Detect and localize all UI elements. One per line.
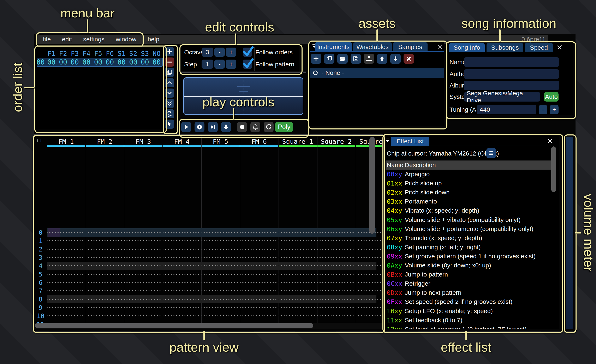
pattern-row[interactable]: 0 (34, 228, 382, 237)
add-order-button[interactable] (165, 47, 174, 56)
poly-switch-button[interactable]: Poly (275, 122, 293, 132)
pattern-cell[interactable] (201, 228, 238, 237)
pattern-cell[interactable] (124, 303, 161, 312)
effect-row[interactable]: 02xxPitch slide down (384, 188, 559, 197)
effect-row[interactable]: 0BxxJump to pattern (384, 270, 559, 279)
effect-row[interactable]: 04xyVibrato (x: speed; y: depth) (384, 206, 559, 215)
splitter-horizontal[interactable] (180, 72, 306, 73)
repeat-pattern-button[interactable] (264, 122, 274, 132)
pattern-cell[interactable] (240, 278, 277, 287)
pattern-expand-label[interactable]: ++ (36, 137, 43, 144)
pattern-cell[interactable] (240, 303, 277, 312)
step-minus-button[interactable]: - (214, 59, 225, 69)
pattern-cell[interactable] (201, 278, 238, 287)
pattern-cell[interactable] (124, 253, 161, 262)
pattern-cell[interactable] (317, 245, 355, 253)
channel-header-square-3[interactable]: Square 3 (356, 138, 382, 144)
pattern-cell[interactable] (240, 312, 277, 320)
pattern-row[interactable]: 6 (34, 278, 382, 287)
pattern-cell[interactable] (356, 303, 382, 312)
pattern-cell[interactable] (356, 228, 382, 237)
effect-row[interactable]: 00xyArpeggio (384, 170, 559, 179)
pattern-cell[interactable] (124, 270, 161, 278)
effect-row[interactable]: 0DxxJump to next pattern (384, 288, 559, 297)
name-field[interactable] (464, 57, 559, 67)
pattern-cell[interactable] (47, 270, 84, 278)
order-cell[interactable]: 00 (104, 58, 116, 67)
album-field[interactable] (464, 81, 559, 90)
order-row[interactable]: 0000000000000000000000 (36, 58, 163, 67)
pattern-cell[interactable] (86, 312, 123, 320)
order-cell[interactable]: 00 (81, 58, 92, 67)
pattern-cell[interactable] (201, 253, 238, 262)
effect-row[interactable]: 07xyTremolo (x: speed; y: depth) (384, 233, 559, 243)
pattern-cell[interactable] (163, 303, 200, 312)
effect-row[interactable]: 06xyVolume slide + portamento (compatibi… (384, 224, 559, 233)
pattern-cell[interactable] (356, 245, 382, 253)
pattern-cell[interactable] (240, 295, 277, 303)
channel-header-fm-1[interactable]: FM 1 (47, 138, 85, 144)
tuning-minus-button[interactable]: - (539, 105, 547, 114)
effect-row[interactable]: 08xySet panning (x: left; y: right) (384, 243, 559, 252)
pattern-cell[interactable] (317, 270, 355, 278)
pattern-row[interactable]: 8 (34, 295, 382, 303)
pattern-cell[interactable] (201, 295, 238, 303)
menu-item-help[interactable]: help (142, 35, 165, 44)
instrument-list-item[interactable]: - None - (310, 68, 444, 78)
pattern-cell[interactable] (47, 295, 84, 303)
pattern-cell[interactable] (356, 237, 382, 245)
tab-subsongs[interactable]: Subsongs (486, 43, 523, 52)
order-cell[interactable]: 00 (45, 58, 57, 67)
move-order-down-button[interactable] (165, 88, 174, 98)
pattern-cell[interactable] (279, 303, 316, 312)
channel-header-fm-4[interactable]: FM 4 (163, 138, 201, 144)
pattern-cell[interactable] (124, 245, 161, 253)
open-asset-button[interactable] (337, 54, 348, 64)
step-row-button[interactable] (221, 122, 231, 132)
pattern-horizontal-scrollbar[interactable] (35, 323, 313, 328)
pattern-row[interactable]: 2 (34, 245, 382, 253)
pattern-cell[interactable] (240, 270, 277, 278)
pattern-cell[interactable] (86, 228, 123, 237)
effect-row[interactable]: 09xxSet groove pattern (speed 1 if no gr… (384, 252, 559, 261)
pattern-cell[interactable] (240, 287, 277, 295)
pattern-cell[interactable] (317, 303, 355, 312)
pattern-cell[interactable] (240, 237, 277, 245)
pattern-cell[interactable] (279, 228, 316, 237)
channel-header-fm-6[interactable]: FM 6 (240, 138, 278, 144)
pattern-cell[interactable] (279, 312, 316, 320)
tab-effect-list[interactable]: Effect List (391, 137, 429, 146)
pattern-cell[interactable] (124, 295, 161, 303)
pattern-cell[interactable] (47, 262, 84, 270)
pattern-cell[interactable] (201, 245, 238, 253)
delete-asset-button[interactable] (403, 54, 414, 64)
pattern-cell[interactable] (356, 270, 382, 278)
pattern-cell[interactable] (201, 270, 238, 278)
effect-row[interactable]: 0FxxSet speed (speed 2 if no grooves exi… (384, 297, 559, 306)
pattern-cell[interactable] (279, 262, 316, 270)
channel-header-square-1[interactable]: Square 1 (279, 138, 317, 144)
pattern-cell[interactable] (356, 312, 382, 320)
pattern-cell[interactable] (356, 262, 382, 270)
pattern-cell[interactable] (47, 312, 84, 320)
tab-instruments[interactable]: Instruments (315, 42, 352, 51)
pattern-cell[interactable] (317, 253, 355, 262)
pattern-cell[interactable] (163, 245, 200, 253)
duplicate-order-button[interactable] (165, 68, 174, 77)
step-value[interactable]: 1 (201, 59, 213, 69)
pattern-cell[interactable] (124, 237, 161, 245)
pattern-cell[interactable] (317, 262, 355, 270)
pattern-cell[interactable] (317, 312, 355, 320)
tab-samples[interactable]: Samples (393, 42, 428, 51)
effect-row[interactable]: 12xxSet level of operator 1 (0 highest, … (384, 325, 559, 329)
order-cell[interactable]: 00 (139, 58, 151, 67)
pattern-row[interactable]: 7 (34, 287, 382, 295)
pattern-cell[interactable] (86, 237, 123, 245)
close-icon[interactable] (437, 44, 443, 50)
pattern-cell[interactable] (240, 228, 277, 237)
order-cell[interactable]: 00 (116, 58, 127, 67)
asset-folder-view-button[interactable] (364, 54, 374, 64)
pattern-cell[interactable] (201, 312, 238, 320)
move-order-up-button[interactable] (165, 78, 174, 87)
pattern-cell[interactable] (163, 253, 200, 262)
